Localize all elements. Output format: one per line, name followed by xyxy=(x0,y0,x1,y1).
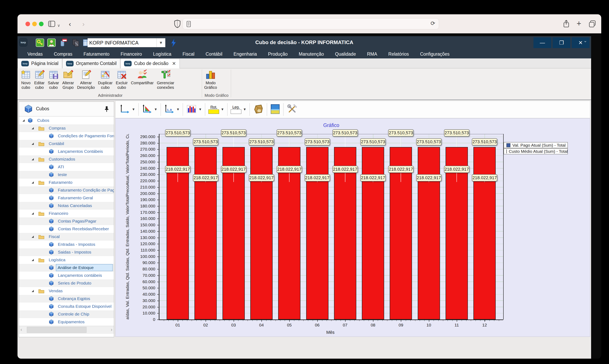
tab-cubo-de-decisao[interactable]: korpCubo de decisão✕ xyxy=(120,58,180,68)
tree-item-label[interactable]: Notas Canceladas xyxy=(58,203,92,208)
tree-row[interactable]: Faturamento Condição de Pagamento xyxy=(19,186,114,194)
menu-item-engenharia[interactable]: Engenharia xyxy=(233,52,257,57)
minimize-button[interactable]: — xyxy=(533,37,551,48)
tree-row[interactable]: Series de Produto xyxy=(19,279,114,287)
tree-row[interactable]: Contas Recebidas/Receber xyxy=(19,225,114,233)
tree-item-label[interactable]: Financeiro xyxy=(49,211,68,216)
legend-entry-1[interactable]: Custo Médio Atual (Sum) - Total xyxy=(504,148,568,154)
tree-row[interactable]: Equipamentos xyxy=(19,318,114,326)
scrollbar-thumb[interactable] xyxy=(27,327,86,333)
axis-xy-dropdown-arrow[interactable]: ▼ xyxy=(132,107,135,111)
tree-item-label[interactable]: Series de Produto xyxy=(58,281,91,286)
address-bar[interactable]: ⟳ xyxy=(183,18,439,29)
tree-row[interactable]: Controle de Chip xyxy=(19,310,114,318)
bar-series-button[interactable]: ▼ xyxy=(185,103,203,116)
menu-item-financeiro[interactable]: Financeiro xyxy=(121,52,142,57)
tree-expander-icon[interactable] xyxy=(31,158,34,162)
tree-item-label[interactable]: Cobrança Eqptos xyxy=(58,296,90,301)
tree-row[interactable]: Contas Pagas/Pagar xyxy=(19,217,114,225)
tree-selected-item[interactable]: Análise de Estoque xyxy=(56,264,113,271)
tree-item-label[interactable]: Cubos xyxy=(37,118,49,123)
save-cube-button[interactable]: Salvar cubo xyxy=(46,68,61,90)
tree-item-label[interactable]: Faturamento Condição de Pagamento xyxy=(58,188,114,193)
delete-cube-button[interactable]: Excluir cubo xyxy=(114,68,129,90)
rotation-dropdown-arrow[interactable]: ▼ xyxy=(221,107,224,111)
legend-entry-0[interactable]: Val. Pago Atual (Sum) - Total xyxy=(504,142,568,148)
menu-item-compras[interactable]: Compras xyxy=(54,52,72,57)
tab-close-icon[interactable]: ✕ xyxy=(172,61,176,66)
menu-item-rma[interactable]: RMA xyxy=(367,52,377,57)
tab-pagina-inicial[interactable]: korpPágina Inicial xyxy=(17,58,62,68)
tree-row[interactable]: Saidas - Impostos xyxy=(19,248,114,256)
new-tab-button[interactable]: + xyxy=(577,19,581,28)
menu-item-producao[interactable]: Produção xyxy=(268,52,287,57)
cube-3d-button[interactable] xyxy=(252,103,265,116)
tree-row[interactable]: Faturamento xyxy=(19,179,114,186)
tree-row[interactable]: Consulta Estoque Disponível xyxy=(19,303,114,310)
tree-item-label[interactable]: Fiscal xyxy=(49,234,60,239)
tree-expander-icon[interactable] xyxy=(31,259,34,262)
url-input[interactable] xyxy=(195,20,413,28)
tree-item-label[interactable]: Saidas - Impostos xyxy=(58,250,91,255)
axis-numeric-button[interactable]: 1..9▼ xyxy=(163,103,181,116)
menu-item-vendas[interactable]: Vendas xyxy=(27,52,43,57)
tree-row[interactable]: Financeiro xyxy=(19,210,114,217)
tree-row[interactable]: Faturamento Geral xyxy=(19,194,114,202)
tree-item-label[interactable]: ATI xyxy=(58,165,64,169)
background-image-button[interactable] xyxy=(269,103,281,116)
traffic-minimize-button[interactable] xyxy=(32,22,37,26)
tree-item-label[interactable]: Condições de Pagamento Fornecedor xyxy=(58,133,114,138)
tree-item-label[interactable]: Logística xyxy=(49,258,65,262)
tree-expander-icon[interactable] xyxy=(31,212,34,216)
tree-item-label[interactable]: teste xyxy=(58,172,67,177)
menu-item-qualidade[interactable]: Qualidade xyxy=(335,52,356,57)
tree-item-label[interactable]: Contas Pagas/Pagar xyxy=(58,219,96,223)
tree-row[interactable]: Notas Canceladas xyxy=(19,202,114,210)
duplicate-cube-button[interactable]: Duplicar cubo xyxy=(96,68,114,90)
tree-row[interactable]: Análise de Estoque xyxy=(19,264,114,272)
bar-series-dropdown-arrow[interactable]: ▼ xyxy=(198,107,202,111)
tree-item-label[interactable]: Contas Recebidas/Receber xyxy=(58,226,109,231)
menu-item-fiscal[interactable]: Fiscal xyxy=(183,52,194,57)
share-users-button[interactable]: Compartilhar xyxy=(129,68,155,85)
tree-item-label[interactable]: Equipamentos xyxy=(58,320,84,324)
sidebar-horizontal-scrollbar[interactable]: ‹ › xyxy=(19,326,114,334)
tree-item-label[interactable]: Entradas - Impostos xyxy=(58,242,95,247)
tree-row[interactable]: teste xyxy=(19,171,114,179)
sidebar-toggle-icon[interactable] xyxy=(48,20,56,29)
axis-gradient-button[interactable]: ▼ xyxy=(141,103,159,116)
traffic-close-button[interactable] xyxy=(26,22,30,26)
scroll-right-arrow[interactable]: › xyxy=(111,327,112,332)
tree-expander-icon[interactable] xyxy=(31,235,34,239)
tree-item-label[interactable]: Customizados xyxy=(49,157,75,162)
tree-row[interactable]: Vendas xyxy=(19,287,114,295)
tree-row[interactable]: Cobrança Eqptos xyxy=(19,295,114,303)
axis-gradient-dropdown-arrow[interactable]: ▼ xyxy=(154,107,158,111)
tab-orcamento-contabil[interactable]: korpOrçamento Contabil xyxy=(62,58,121,68)
tree-row[interactable]: Contábil xyxy=(19,140,114,148)
axis-xy-button[interactable]: ▼ xyxy=(118,103,136,116)
menu-item-faturamento[interactable]: Faturamento xyxy=(83,52,109,57)
tree-expander-icon[interactable] xyxy=(31,289,34,293)
legend-toggle-dropdown-arrow[interactable]: ▼ xyxy=(243,107,246,111)
tree-row[interactable]: Logística xyxy=(19,256,114,264)
manage-connections-button[interactable]: Gerenciar conexões xyxy=(155,68,176,90)
traffic-zoom-button[interactable] xyxy=(39,22,43,26)
legend-toggle-button[interactable]: Leg.▼ xyxy=(230,104,247,115)
tree-item-label[interactable]: Compras xyxy=(49,126,66,130)
tree-expander-icon[interactable] xyxy=(31,142,34,146)
tree-row[interactable]: Lançamentos contábeis xyxy=(19,272,114,279)
edit-cube-button[interactable]: Editar cubo xyxy=(33,68,46,90)
reload-icon[interactable]: ⟳ xyxy=(431,20,435,27)
change-group-button[interactable]: Alterar Grupo xyxy=(61,68,76,90)
menu-overflow-chevron-icon[interactable]: ⌄ xyxy=(583,38,587,43)
shield-icon[interactable] xyxy=(174,19,181,29)
tab-overview-icon[interactable] xyxy=(589,20,596,29)
tree-expander-icon[interactable] xyxy=(31,127,34,131)
back-button[interactable]: ‹ xyxy=(69,19,71,28)
forward-button[interactable]: › xyxy=(82,19,84,28)
tree-row[interactable]: Customizados xyxy=(19,155,114,163)
tree-item-label[interactable]: Vendas xyxy=(49,288,63,293)
chart-mode-button[interactable]: Modo Gráfico xyxy=(203,68,218,90)
tree-item-label[interactable]: Controle de Chip xyxy=(58,312,89,316)
